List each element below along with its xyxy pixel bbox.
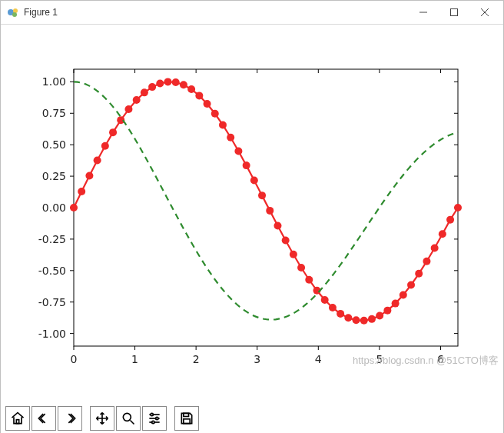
svg-point-81 <box>266 207 274 215</box>
svg-point-73 <box>204 100 211 108</box>
svg-point-101 <box>423 258 430 265</box>
back-button[interactable] <box>32 406 56 431</box>
svg-rect-106 <box>16 420 18 424</box>
svg-point-56 <box>70 204 78 212</box>
svg-point-71 <box>187 85 195 93</box>
forward-button[interactable] <box>58 406 82 431</box>
svg-point-97 <box>392 300 400 308</box>
svg-text:1: 1 <box>131 353 138 365</box>
svg-point-72 <box>195 92 203 99</box>
svg-point-96 <box>383 307 391 315</box>
svg-text:0.25: 0.25 <box>42 170 66 182</box>
svg-point-80 <box>258 192 266 199</box>
svg-point-88 <box>321 296 329 304</box>
svg-point-76 <box>227 134 234 142</box>
svg-point-57 <box>78 188 85 195</box>
svg-point-98 <box>400 291 407 298</box>
svg-text:0: 0 <box>71 353 78 365</box>
plot-area: -1.00-0.75-0.50-0.250.000.250.500.751.00… <box>6 25 498 394</box>
svg-point-75 <box>219 121 227 128</box>
svg-point-85 <box>297 264 305 271</box>
svg-text:0.00: 0.00 <box>42 202 66 214</box>
svg-text:-0.50: -0.50 <box>38 265 66 277</box>
svg-point-82 <box>274 221 281 229</box>
svg-text:5: 5 <box>376 353 383 365</box>
svg-text:0.50: 0.50 <box>42 138 66 151</box>
svg-point-83 <box>282 237 290 245</box>
svg-point-89 <box>329 304 337 311</box>
svg-text:2: 2 <box>193 353 200 365</box>
home-button[interactable] <box>5 406 30 431</box>
svg-point-77 <box>234 147 242 155</box>
svg-point-114 <box>152 421 154 423</box>
svg-point-70 <box>180 81 187 88</box>
svg-point-63 <box>124 105 132 113</box>
app-icon <box>7 6 19 18</box>
svg-text:4: 4 <box>315 353 322 365</box>
svg-point-61 <box>109 128 117 136</box>
svg-line-108 <box>131 421 134 425</box>
svg-text:1.00: 1.00 <box>42 75 66 88</box>
svg-point-104 <box>446 216 454 224</box>
svg-text:-0.75: -0.75 <box>38 296 66 308</box>
svg-point-102 <box>431 244 439 251</box>
figure-canvas: -1.00-0.75-0.50-0.250.000.250.500.751.00… <box>1 25 503 401</box>
titlebar: Figure 1 <box>1 1 503 25</box>
svg-point-105 <box>454 204 462 212</box>
svg-rect-115 <box>184 413 189 416</box>
svg-point-60 <box>101 142 109 150</box>
svg-text:0.75: 0.75 <box>42 107 66 119</box>
svg-point-68 <box>164 78 172 85</box>
svg-point-74 <box>211 110 219 118</box>
svg-point-103 <box>439 230 446 238</box>
svg-point-99 <box>407 281 415 288</box>
svg-point-92 <box>353 316 360 324</box>
svg-point-1 <box>13 8 18 13</box>
svg-point-95 <box>376 311 383 319</box>
svg-rect-4 <box>451 9 458 16</box>
toolbar <box>1 401 503 433</box>
svg-point-93 <box>360 317 368 325</box>
svg-point-107 <box>123 413 131 421</box>
window-title: Figure 1 <box>24 7 408 18</box>
svg-point-84 <box>290 251 297 258</box>
svg-text:-0.25: -0.25 <box>38 233 66 245</box>
configure-button[interactable] <box>142 406 167 431</box>
svg-point-79 <box>250 176 258 184</box>
minimize-button[interactable] <box>408 2 439 23</box>
maximize-button[interactable] <box>439 2 469 23</box>
svg-point-100 <box>415 270 423 278</box>
svg-point-2 <box>12 12 17 17</box>
svg-point-64 <box>133 96 141 104</box>
save-button[interactable] <box>174 406 199 431</box>
svg-text:6: 6 <box>437 353 444 365</box>
close-button[interactable] <box>469 2 500 23</box>
svg-rect-116 <box>184 419 190 424</box>
svg-point-67 <box>156 79 164 87</box>
pan-button[interactable] <box>90 406 114 431</box>
svg-point-94 <box>368 315 376 323</box>
svg-point-59 <box>94 157 101 165</box>
svg-point-78 <box>243 162 250 169</box>
svg-point-86 <box>305 276 313 284</box>
svg-point-69 <box>172 78 180 86</box>
svg-text:3: 3 <box>254 353 260 365</box>
svg-point-90 <box>337 310 344 318</box>
svg-point-113 <box>156 417 158 419</box>
zoom-button[interactable] <box>116 406 141 431</box>
svg-point-91 <box>344 314 352 321</box>
svg-point-58 <box>85 172 93 179</box>
svg-point-66 <box>148 83 156 91</box>
svg-point-112 <box>151 413 153 415</box>
svg-text:-1.00: -1.00 <box>38 328 66 340</box>
svg-point-65 <box>141 88 148 96</box>
app-window: Figure 1 -1.00-0.75-0.50-0.250.000.250.5… <box>0 0 504 433</box>
